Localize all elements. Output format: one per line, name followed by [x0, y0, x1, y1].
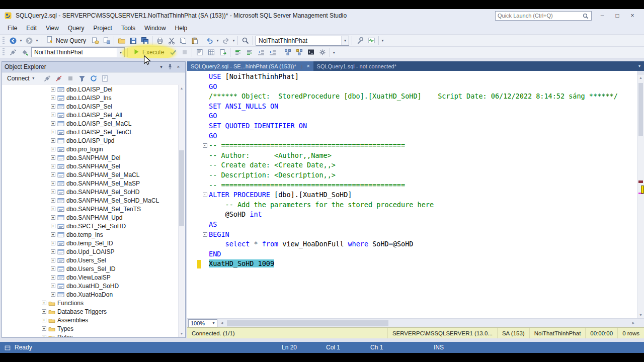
- results-to-text-icon[interactable]: [194, 47, 205, 58]
- quick-launch-input[interactable]: [498, 13, 582, 19]
- expand-icon[interactable]: +: [51, 96, 55, 100]
- menu-window[interactable]: Window: [140, 23, 171, 34]
- change-connection-icon[interactable]: [19, 47, 30, 58]
- tree-item[interactable]: +dbo.SANPHAM_Sel_TenTS: [3, 205, 178, 213]
- uncomment-icon[interactable]: [244, 47, 255, 58]
- redo-icon[interactable]: [220, 35, 231, 46]
- pin-icon[interactable]: [166, 63, 174, 71]
- expand-icon[interactable]: +: [42, 326, 46, 331]
- expand-icon[interactable]: +: [51, 275, 55, 280]
- query-options-icon[interactable]: [316, 47, 328, 58]
- menu-view[interactable]: View: [41, 23, 63, 34]
- cancel-query-icon[interactable]: [179, 47, 190, 58]
- expand-icon[interactable]: +: [51, 224, 55, 228]
- activity-monitor-icon[interactable]: [365, 35, 377, 46]
- tree-item[interactable]: +dbo.Users_Sel: [3, 256, 178, 264]
- scroll-down-icon[interactable]: ▼: [179, 330, 185, 337]
- combo-dropdown-arrow[interactable]: ▾: [117, 48, 124, 57]
- dropdown-arrow-icon[interactable]: ▾: [19, 38, 23, 43]
- tree-item[interactable]: +dbo.LOAISP_Del: [3, 85, 178, 94]
- scrollbar-thumb[interactable]: [179, 150, 184, 226]
- document-tab-1[interactable]: SQLQuery2.sql - SE...hinhPhat (SA (153))…: [187, 61, 313, 71]
- expand-icon[interactable]: +: [51, 241, 55, 245]
- editor-vertical-scrollbar[interactable]: ▲ ▼: [637, 71, 644, 318]
- expand-icon[interactable]: +: [51, 181, 55, 186]
- expand-icon[interactable]: +: [51, 292, 55, 297]
- expand-icon[interactable]: +: [51, 198, 55, 203]
- nav-forward-icon[interactable]: [23, 35, 35, 46]
- tree-item[interactable]: +dbo.Users_Sel_ID: [3, 264, 178, 273]
- tree-item[interactable]: +dbo.LOAISP_Sel: [3, 102, 178, 111]
- tree-item[interactable]: +Rules: [3, 333, 178, 337]
- scroll-left-icon[interactable]: ◄: [218, 321, 225, 325]
- tree-item[interactable]: +dbo.LOAISP_Sel_TenCL: [3, 128, 178, 136]
- expand-icon[interactable]: +: [51, 215, 55, 220]
- save-icon[interactable]: [127, 35, 139, 46]
- expand-icon[interactable]: +: [42, 309, 46, 314]
- refresh-icon[interactable]: [88, 73, 100, 83]
- stop-icon[interactable]: [65, 73, 76, 83]
- tree-item[interactable]: +dbo.SPCT_Sel_SoHD: [3, 222, 178, 230]
- expand-icon[interactable]: +: [51, 249, 55, 254]
- expand-icon[interactable]: +: [51, 258, 55, 262]
- script-icon[interactable]: [100, 73, 111, 83]
- paste-icon[interactable]: [189, 35, 200, 46]
- expand-icon[interactable]: +: [51, 147, 55, 151]
- tree-item[interactable]: +Assemblies: [3, 316, 178, 324]
- splitter-grip[interactable]: [637, 71, 644, 74]
- overflow-chevron-icon[interactable]: ▾: [380, 35, 385, 46]
- menu-help[interactable]: Help: [171, 23, 192, 34]
- database-engine-query-icon[interactable]: [89, 35, 101, 46]
- expand-icon[interactable]: +: [51, 87, 55, 92]
- print-icon[interactable]: [154, 35, 166, 46]
- object-explorer-tree[interactable]: +dbo.LOAISP_Del+dbo.LOAISP_Ins+dbo.LOAIS…: [3, 85, 178, 337]
- expand-icon[interactable]: +: [42, 318, 46, 322]
- tree-item[interactable]: +dbo.LOAISP_Ins: [3, 94, 178, 102]
- cut-icon[interactable]: [166, 35, 177, 46]
- dropdown-arrow-icon[interactable]: ▾: [35, 38, 39, 43]
- results-to-grid-icon[interactable]: [205, 47, 217, 58]
- tree-item[interactable]: +dbo.temp_Sel_ID: [3, 239, 178, 247]
- collapse-region-icon[interactable]: -: [203, 193, 207, 197]
- pin-icon[interactable]: [299, 63, 304, 69]
- menu-edit[interactable]: Edit: [22, 23, 41, 34]
- tree-item[interactable]: +dbo.Upd_LOAISP: [3, 247, 178, 256]
- chevron-down-icon[interactable]: ▾: [157, 63, 166, 71]
- save-all-icon[interactable]: [139, 35, 150, 46]
- collapse-region-icon[interactable]: -: [203, 232, 207, 237]
- connect-plug-icon[interactable]: [42, 73, 53, 83]
- indent-increase-icon[interactable]: [267, 47, 278, 58]
- find-icon[interactable]: [239, 35, 251, 46]
- tree-item[interactable]: +dbo.pro_login: [3, 145, 178, 153]
- menu-file[interactable]: File: [3, 23, 22, 34]
- tree-item[interactable]: +dbo.temp_Ins: [3, 230, 178, 239]
- scroll-up-icon[interactable]: ▲: [637, 74, 644, 81]
- analysis-query-icon[interactable]: [101, 35, 112, 46]
- dropdown-arrow-icon[interactable]: ▾: [231, 38, 236, 43]
- connect-button[interactable]: Connect ▾: [5, 73, 38, 83]
- tree-item[interactable]: +dbo.LOAISP_Upd: [3, 136, 178, 145]
- expand-icon[interactable]: +: [51, 138, 55, 143]
- tree-item[interactable]: +Database Triggers: [3, 307, 178, 316]
- tree-item[interactable]: +dbo.ViewLoaiSP: [3, 273, 178, 282]
- tree-item[interactable]: +dbo.LOAISP_Sel_All: [3, 111, 178, 119]
- results-to-file-icon[interactable]: [217, 47, 228, 58]
- menu-tools[interactable]: Tools: [117, 23, 140, 34]
- minimize-button[interactable]: –: [595, 11, 610, 21]
- expand-icon[interactable]: +: [51, 130, 55, 134]
- database-combo[interactable]: NoiThatThinhPhat▾: [256, 36, 349, 46]
- expand-icon[interactable]: +: [51, 190, 55, 194]
- tree-vertical-scrollbar[interactable]: ▲ ▼: [178, 85, 185, 337]
- overflow-chevron-icon[interactable]: ▾: [332, 47, 336, 58]
- tree-item[interactable]: +dbo.XuatHD_SoHD: [3, 282, 178, 290]
- code-editor[interactable]: USE [NoiThatThinhPhat]GO/****** Object: …: [187, 72, 637, 269]
- combo-dropdown-arrow[interactable]: ▾: [341, 36, 349, 45]
- tree-item[interactable]: +dbo.XuatHoaDon: [3, 290, 178, 299]
- window-list-chevron-icon[interactable]: ▾: [635, 61, 644, 71]
- tree-item[interactable]: +dbo.SANPHAM_Upd: [3, 213, 178, 222]
- expand-icon[interactable]: +: [51, 207, 55, 211]
- connection-icon[interactable]: [7, 47, 19, 58]
- expand-icon[interactable]: +: [51, 104, 55, 109]
- comment-icon[interactable]: [232, 47, 244, 58]
- actual-plan-icon[interactable]: [293, 47, 305, 58]
